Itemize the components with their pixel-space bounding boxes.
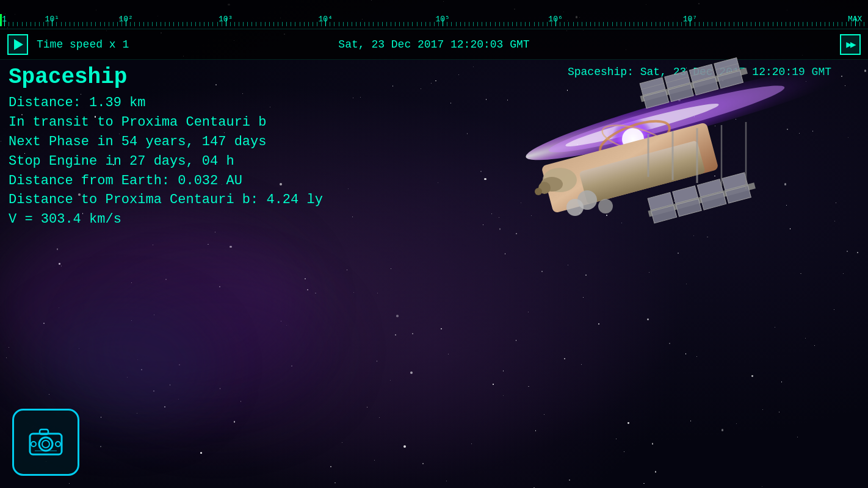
distance-proxima-line: Distance to Proxima Centauri b: 4.24 ly — [9, 190, 323, 210]
svg-point-44 — [39, 437, 52, 451]
spaceship-title: Spaceship — [9, 65, 323, 90]
camera-button[interactable] — [12, 409, 79, 476]
distance-line: Distance: 1.39 km — [9, 93, 323, 113]
camera-icon — [26, 423, 65, 462]
stop-engine-line: Stop Engine in 27 days, 04 h — [9, 152, 323, 171]
transit-line: In transit to Proxima Centauri b — [9, 113, 323, 132]
time-speed-label: Time speed x 1 — [37, 38, 129, 51]
ruler-bar: 110¹10²10³10⁴10⁵10⁶10⁷MAX — [0, 0, 868, 29]
spaceship-3d-area — [410, 49, 868, 403]
svg-rect-46 — [40, 429, 48, 434]
spaceship-svg — [410, 49, 868, 403]
svg-point-48 — [56, 442, 60, 447]
svg-point-47 — [31, 442, 36, 447]
svg-point-15 — [566, 199, 584, 216]
svg-point-14 — [598, 199, 613, 214]
svg-point-45 — [42, 440, 49, 448]
svg-point-12 — [535, 188, 542, 195]
next-phase-line: Next Phase in 54 years, 147 days — [9, 132, 323, 152]
distance-earth-line: Distance from Earth: 0.032 AU — [9, 171, 323, 191]
info-panel: Spaceship Distance: 1.39 km In transit t… — [0, 60, 331, 234]
play-button[interactable] — [7, 34, 28, 55]
play-icon — [14, 39, 23, 50]
velocity-line: V = 303.4 km/s — [9, 210, 323, 229]
